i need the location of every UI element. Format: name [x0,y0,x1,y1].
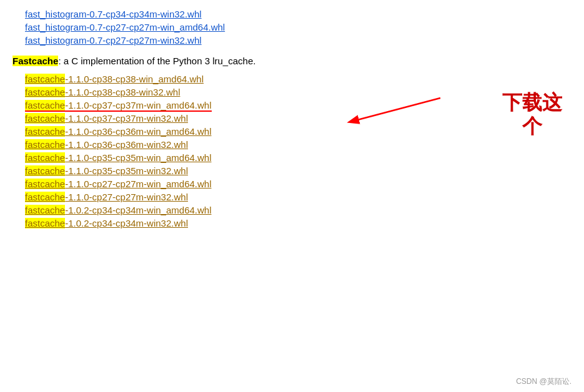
list-item: fastcache-1.1.0-cp35-cp35m-win_amd64.whl [25,152,572,163]
svg-line-1 [353,98,440,121]
list-item: fastcache-1.1.0-cp37-cp37m-win32.whl [25,113,572,124]
top-link-2[interactable]: fast_histogram-0.7-cp27-cp27m-win_amd64.… [25,22,225,32]
list-item: fastcache-1.1.0-cp37-cp37m-win_amd64.whl [25,100,572,110]
top-links-section: fast_histogram-0.7-cp34-cp34m-win32.whl … [12,9,572,46]
fastcache-link-6[interactable]: fastcache-1.1.0-cp35-cp35m-win_amd64.whl [25,152,212,163]
section-header: Fastcache: a C implementation of the Pyt… [12,54,572,69]
list-item: fastcache-1.1.0-cp35-cp35m-win32.whl [25,165,572,176]
list-item: fastcache-1.1.0-cp27-cp27m-win_amd64.whl [25,179,572,189]
list-item: fastcache-1.1.0-cp38-cp38-win32.whl [25,87,572,97]
fastcache-link-10[interactable]: fastcache-1.0.2-cp34-cp34m-win_amd64.whl [25,205,212,215]
list-item: fastcache-1.1.0-cp38-cp38-win_amd64.whl [25,74,572,84]
red-arrow-icon [334,95,447,126]
list-item: fast_histogram-0.7-cp34-cp34m-win32.whl [25,9,572,19]
fastcache-link-3[interactable]: fastcache-1.1.0-cp37-cp37m-win32.whl [25,113,188,124]
fastcache-links-section: fastcache-1.1.0-cp38-cp38-win_amd64.whlf… [12,74,572,228]
list-item: fastcache-1.1.0-cp36-cp36m-win_amd64.whl [25,126,572,137]
fastcache-link-8[interactable]: fastcache-1.1.0-cp27-cp27m-win_amd64.whl [25,179,212,189]
top-link-3[interactable]: fast_histogram-0.7-cp27-cp27m-win32.whl [25,35,202,46]
list-item: fast_histogram-0.7-cp27-cp27m-win_amd64.… [25,22,572,32]
fastcache-link-9[interactable]: fastcache-1.1.0-cp27-cp27m-win32.whl [25,192,188,202]
section-header-text: : a C implementation of the Python 3 lru… [58,56,255,66]
list-item: fastcache-1.1.0-cp27-cp27m-win32.whl [25,192,572,202]
top-link-1[interactable]: fast_histogram-0.7-cp34-cp34m-win32.whl [25,9,202,19]
list-item: fast_histogram-0.7-cp27-cp27m-win32.whl [25,35,572,46]
list-item: fastcache-1.0.2-cp34-cp34m-win32.whl [25,218,572,228]
fastcache-link-2[interactable]: fastcache-1.1.0-cp37-cp37m-win_amd64.whl [25,100,212,112]
csdn-watermark: CSDN @莫陌讼. [516,376,572,387]
list-item: fastcache-1.1.0-cp36-cp36m-win32.whl [25,139,572,150]
fastcache-link-7[interactable]: fastcache-1.1.0-cp35-cp35m-win32.whl [25,165,188,176]
list-item: fastcache-1.0.2-cp34-cp34m-win_amd64.whl [25,205,572,215]
fastcache-link-0[interactable]: fastcache-1.1.0-cp38-cp38-win_amd64.whl [25,74,204,84]
fastcache-link-4[interactable]: fastcache-1.1.0-cp36-cp36m-win_amd64.whl [25,126,212,137]
fastcache-link-5[interactable]: fastcache-1.1.0-cp36-cp36m-win32.whl [25,139,188,150]
fastcache-link-1[interactable]: fastcache-1.1.0-cp38-cp38-win32.whl [25,87,180,97]
section-bold-title: Fastcache [12,56,58,66]
fastcache-link-11[interactable]: fastcache-1.0.2-cp34-cp34m-win32.whl [25,218,188,228]
annotation-label: 下载这个 [502,91,562,139]
